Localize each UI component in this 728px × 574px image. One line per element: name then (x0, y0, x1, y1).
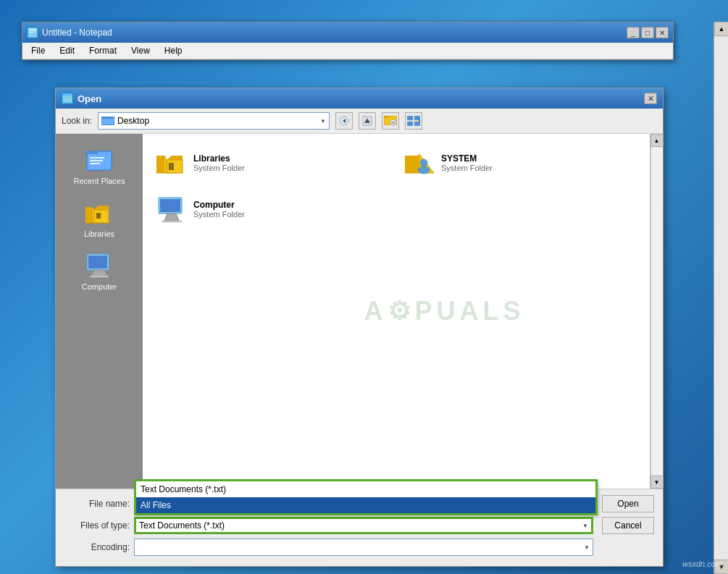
svg-rect-26 (90, 163, 100, 164)
file-item-computer[interactable]: Computer System Folder (151, 189, 393, 229)
file-grid: Libraries System Folder (151, 143, 641, 229)
svg-marker-37 (156, 156, 164, 173)
scroll-down-button[interactable]: ▼ (650, 476, 664, 489)
dialog-scrollbar: ▲ ▼ (650, 134, 663, 489)
computer-file-info: Computer System Folder (193, 200, 245, 219)
encoding-input[interactable]: ▼ (134, 539, 593, 556)
system-file-icon (403, 147, 435, 179)
sidebar-item-computer[interactable]: Computer (59, 245, 140, 295)
cancel-button[interactable]: Cancel (602, 517, 654, 534)
svg-rect-3 (29, 32, 34, 33)
titlebar-controls: _ □ ✕ (627, 27, 669, 38)
sidebar-item-libraries[interactable]: Libraries (59, 193, 140, 242)
outer-scroll-up[interactable]: ▲ (714, 22, 728, 36)
dialog-file-area: A⚙PUALS (143, 134, 650, 489)
svg-marker-5 (62, 93, 72, 96)
svg-rect-7 (102, 119, 114, 124)
file-item-libraries[interactable]: Libraries System Folder (151, 143, 393, 183)
recent-places-label: Recent Places (74, 177, 125, 185)
svg-rect-46 (160, 199, 180, 212)
dialog-icon (62, 93, 73, 104)
look-in-dropdown[interactable]: Desktop ▼ (98, 112, 330, 130)
computer-icon (84, 250, 114, 280)
svg-marker-13 (384, 116, 388, 118)
libraries-file-type: System Folder (193, 164, 245, 172)
notepad-close-button[interactable]: ✕ (656, 27, 669, 38)
outer-scroll-track (714, 36, 728, 560)
look-in-label: Look in: (62, 116, 92, 126)
svg-marker-42 (405, 156, 419, 173)
notepad-menubar: File Edit Format View Help (22, 43, 673, 59)
dialog-close-button[interactable]: ✕ (644, 93, 657, 104)
menu-view[interactable]: View (125, 44, 156, 57)
scroll-track (650, 147, 663, 476)
svg-rect-16 (407, 116, 413, 120)
svg-rect-1 (29, 29, 36, 30)
svg-marker-34 (91, 270, 107, 276)
libraries-label: Libraries (84, 229, 114, 238)
svg-text:+: + (392, 119, 396, 126)
scroll-up-button[interactable]: ▲ (650, 134, 664, 147)
appuals-watermark: A⚙PUALS (364, 296, 525, 326)
notepad-window: Untitled - Notepad _ □ ✕ File Edit Forma… (22, 22, 674, 60)
new-folder-button[interactable]: + (382, 112, 399, 130)
dropdown-option-all[interactable]: All Files (136, 497, 595, 513)
notepad-icon (27, 27, 38, 38)
filename-label: File name: (64, 499, 130, 509)
up-button[interactable] (359, 112, 376, 130)
filetype-dropdown-popup: Text Documents (*.txt) All Files (134, 479, 598, 515)
outer-scrollbar: ▲ ▼ (714, 22, 728, 574)
svg-rect-2 (29, 30, 36, 31)
menu-file[interactable]: File (25, 44, 51, 57)
encoding-label: Encoding: (64, 542, 130, 552)
svg-marker-30 (94, 206, 109, 210)
dialog-titlebar: Open ✕ (56, 88, 663, 109)
svg-rect-40 (169, 163, 174, 170)
back-button[interactable] (335, 112, 353, 130)
encoding-arrow: ▼ (584, 544, 590, 551)
dropdown-option-txt[interactable]: Text Documents (*.txt) (136, 481, 595, 497)
libraries-file-icon (156, 147, 188, 179)
svg-rect-4 (62, 96, 72, 103)
notepad-title: Untitled - Notepad (42, 28, 112, 38)
svg-rect-24 (90, 157, 104, 159)
libraries-file-info: Libraries System Folder (193, 153, 245, 172)
sidebar-item-recent-places[interactable]: Recent Places (59, 140, 140, 190)
view-button[interactable] (405, 112, 422, 130)
svg-rect-25 (90, 160, 103, 161)
dialog-sidebar: Recent Places Libraries (56, 134, 143, 489)
svg-rect-31 (96, 213, 101, 219)
recent-places-icon (84, 144, 114, 174)
svg-rect-48 (162, 221, 182, 222)
look-in-arrow: ▼ (320, 118, 326, 124)
computer-file-icon (156, 193, 188, 225)
notepad-titlebar: Untitled - Notepad _ □ ✕ (22, 22, 673, 43)
computer-file-type: System Folder (193, 210, 245, 219)
menu-format[interactable]: Format (83, 44, 122, 57)
svg-marker-28 (85, 207, 93, 223)
svg-rect-35 (90, 276, 109, 277)
dialog-bottom: File name: *.txt ▼ Open Files of type: T… (56, 489, 663, 566)
system-file-name: SYSTEM (441, 153, 493, 164)
svg-point-44 (418, 166, 430, 174)
system-file-type: System Folder (441, 164, 493, 172)
menu-help[interactable]: Help (159, 44, 188, 57)
svg-marker-39 (167, 156, 183, 160)
filetype-label: Files of type: (64, 520, 130, 531)
menu-edit[interactable]: Edit (54, 44, 80, 57)
dialog-titlebar-left: Open (62, 93, 101, 104)
svg-rect-22 (87, 151, 98, 154)
file-item-system[interactable]: SYSTEM System Folder (399, 143, 641, 183)
look-in-value: Desktop (101, 115, 149, 127)
open-dialog: Open ✕ Look in: Desktop ▼ (55, 88, 664, 567)
filetype-row: Files of type: Text Documents (*.txt) ▼ … (64, 517, 654, 534)
system-file-info: SYSTEM System Folder (441, 153, 493, 172)
titlebar-left: Untitled - Notepad (27, 27, 112, 38)
svg-point-43 (420, 159, 427, 166)
minimize-button[interactable]: _ (627, 27, 640, 38)
computer-file-name: Computer (193, 200, 245, 210)
open-button[interactable]: Open (602, 495, 654, 512)
encoding-row: Encoding: ▼ (64, 539, 654, 556)
filetype-select[interactable]: Text Documents (*.txt) ▼ (134, 517, 593, 534)
maximize-button[interactable]: □ (641, 27, 654, 38)
